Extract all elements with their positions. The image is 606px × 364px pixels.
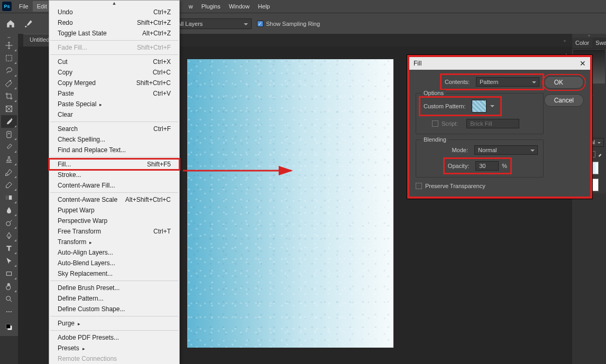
- menu-item-cut[interactable]: CutCtrl+X: [49, 57, 179, 67]
- menu-item-fade-fill[interactable]: Fade Fill...Shift+Ctrl+F: [49, 42, 179, 53]
- svg-point-8: [6, 296, 11, 301]
- tool-zoom[interactable]: [1, 293, 17, 305]
- preserve-transparency-checkbox[interactable]: [416, 183, 422, 189]
- tool-lasso[interactable]: [1, 64, 17, 77]
- tool-path-select[interactable]: [1, 255, 17, 267]
- menu-item-search[interactable]: SearchCtrl+F: [49, 124, 179, 134]
- menu-item-transform[interactable]: Transform: [49, 237, 179, 247]
- menu-item-sky-replacement[interactable]: Sky Replacement...: [49, 268, 179, 279]
- scroll-up-arrow[interactable]: ▲: [49, 1, 179, 7]
- lock-brush-icon[interactable]: [598, 151, 603, 157]
- tool-eraser[interactable]: [1, 179, 17, 191]
- tool-spot-heal[interactable]: [1, 128, 17, 141]
- tool-hand[interactable]: [1, 280, 17, 293]
- menu-help[interactable]: Help: [254, 1, 274, 12]
- blending-fieldset: Blending Mode: Normal Opacity: 30 %: [416, 139, 544, 178]
- svg-rect-1: [6, 55, 12, 61]
- menu-item-define-pattern[interactable]: Define Pattern...: [49, 293, 179, 304]
- color-tab[interactable]: Color: [572, 38, 592, 49]
- menu-item-clear[interactable]: Clear: [49, 109, 179, 120]
- menu-item-auto-align-layers[interactable]: Auto-Align Layers...: [49, 247, 179, 258]
- tool-crop[interactable]: [1, 90, 17, 102]
- tool-frame[interactable]: [1, 102, 17, 115]
- opacity-input[interactable]: 30: [475, 161, 499, 171]
- menu-item-puppet-warp[interactable]: Puppet Warp: [49, 205, 179, 216]
- opacity-label: Opacity:: [448, 163, 469, 169]
- menu-item-paste[interactable]: PasteCtrl+V: [49, 88, 179, 99]
- custom-pattern-highlight: Custom Pattern:: [421, 99, 499, 114]
- svg-rect-5: [6, 195, 9, 200]
- menu-item-undo[interactable]: UndoCtrl+Z: [49, 7, 179, 17]
- menu-item-copy[interactable]: CopyCtrl+C: [49, 67, 179, 78]
- menu-item-find-and-replace-text[interactable]: Find and Replace Text...: [49, 145, 179, 155]
- tool-blur[interactable]: [1, 204, 17, 217]
- script-select: Brick Fill: [466, 119, 519, 128]
- app-icon: Ps: [2, 2, 12, 11]
- tool-move[interactable]: [1, 39, 17, 52]
- tool-marquee[interactable]: [1, 52, 17, 64]
- tools-panel: ••: [0, 34, 18, 336]
- tool-brush[interactable]: [1, 141, 17, 153]
- svg-rect-7: [6, 272, 11, 276]
- menu-plugins[interactable]: Plugins: [197, 1, 225, 12]
- svg-rect-13: [6, 324, 11, 329]
- tool-edit-toolbar[interactable]: [1, 305, 17, 318]
- menu-item-content-aware-scale[interactable]: Content-Aware ScaleAlt+Shift+Ctrl+C: [49, 194, 179, 205]
- menu-view-fragment[interactable]: w: [185, 1, 197, 12]
- menu-item-presets[interactable]: Presets: [49, 343, 179, 353]
- menu-item-define-brush-preset[interactable]: Define Brush Preset...: [49, 283, 179, 293]
- tool-preset-icon[interactable]: [22, 17, 35, 30]
- options-legend: Options: [421, 90, 446, 96]
- tool-dodge[interactable]: [1, 217, 17, 229]
- svg-point-10: [8, 311, 10, 312]
- fill-dialog-highlight: Fill ✕ OK Cancel Contents: Pattern Optio…: [407, 55, 592, 199]
- menu-item-content-aware-fill[interactable]: Content-Aware Fill...: [49, 180, 179, 191]
- pattern-picker[interactable]: [472, 100, 486, 113]
- svg-point-11: [11, 311, 12, 312]
- menu-item-stroke[interactable]: Stroke...: [49, 170, 179, 180]
- tool-eyedropper[interactable]: [1, 115, 17, 128]
- menu-file[interactable]: File: [15, 1, 33, 12]
- dialog-title: Fill: [414, 60, 421, 67]
- close-icon[interactable]: ✕: [580, 59, 586, 68]
- menu-item-toggle-last-state[interactable]: Toggle Last StateAlt+Ctrl+Z: [49, 28, 179, 39]
- dialog-titlebar[interactable]: Fill ✕: [409, 57, 590, 70]
- menu-item-perspective-warp[interactable]: Perspective Warp: [49, 216, 179, 226]
- fill-dialog: Fill ✕ OK Cancel Contents: Pattern Optio…: [409, 57, 590, 197]
- tool-pen[interactable]: [1, 229, 17, 242]
- menu-item-fill[interactable]: Fill...Shift+F5: [49, 159, 179, 170]
- tool-fgbg-colors[interactable]: [1, 318, 17, 336]
- tool-type[interactable]: [1, 242, 17, 255]
- tool-gradient[interactable]: [1, 191, 17, 204]
- mode-select[interactable]: Normal: [474, 145, 538, 155]
- svg-point-0: [25, 25, 26, 27]
- menu-window[interactable]: Window: [225, 1, 254, 12]
- menu-item-check-spelling[interactable]: Check Spelling...: [49, 134, 179, 145]
- menu-item-free-transform[interactable]: Free TransformCtrl+T: [49, 226, 179, 237]
- menu-item-copy-merged[interactable]: Copy MergedShift+Ctrl+C: [49, 78, 179, 88]
- swatches-tab[interactable]: Swa: [592, 38, 606, 49]
- menu-item-define-custom-shape[interactable]: Define Custom Shape...: [49, 304, 179, 314]
- menu-item-redo[interactable]: RedoShift+Ctrl+Z: [49, 17, 179, 28]
- menu-item-paste-special[interactable]: Paste Special: [49, 99, 179, 109]
- tool-history-brush[interactable]: [1, 166, 17, 179]
- cancel-button[interactable]: Cancel: [544, 94, 584, 107]
- sample-scope-select[interactable]: All Layers: [172, 18, 252, 29]
- menu-item-auto-blend-layers[interactable]: Auto-Blend Layers...: [49, 258, 179, 268]
- show-sampling-ring-checkbox[interactable]: ✓ Show Sampling Ring: [257, 21, 320, 27]
- tool-rectangle[interactable]: [1, 267, 17, 280]
- menu-item-purge[interactable]: Purge: [49, 318, 179, 329]
- menu-item-adobe-pdf-presets[interactable]: Adobe PDF Presets...: [49, 332, 179, 343]
- canvas[interactable]: [187, 59, 393, 348]
- menu-item-remote-connections[interactable]: Remote Connections: [49, 353, 179, 364]
- opacity-highlight: Opacity: 30 %: [446, 160, 509, 172]
- tool-wand[interactable]: [1, 77, 17, 90]
- edit-dropdown: ▲ UndoCtrl+ZRedoShift+Ctrl+ZToggle Last …: [49, 0, 180, 364]
- home-button[interactable]: [4, 17, 17, 30]
- mode-label: Mode:: [452, 147, 468, 153]
- contents-select[interactable]: Pattern: [476, 77, 539, 87]
- opacity-unit: %: [502, 163, 507, 169]
- tool-stamp[interactable]: [1, 153, 17, 166]
- script-checkbox[interactable]: [432, 120, 438, 127]
- options-fieldset: Options Custom Pattern: Script: Brick Fi…: [416, 93, 544, 134]
